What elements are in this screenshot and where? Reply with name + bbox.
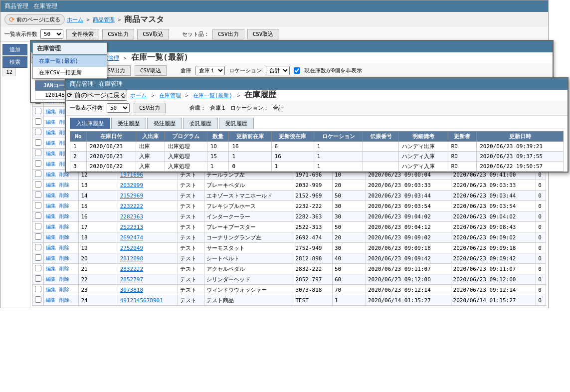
table-cell-no: 17 [79, 222, 118, 232]
table-row-checkbox[interactable] [33, 149, 44, 159]
layer1-home-link[interactable]: ホーム [67, 16, 83, 23]
dropdown-item-inventory-list[interactable]: 在庫一覧(最新) [33, 55, 107, 67]
layer3-menu-product[interactable]: 商品管理 [70, 80, 94, 88]
edit-link[interactable]: 編集 [46, 140, 56, 146]
table-row-checkbox[interactable] [33, 253, 44, 264]
table-cell-stock: 30 [332, 211, 366, 222]
layer3-count-select[interactable]: 50100 [107, 103, 130, 113]
dropdown-item-csv-update[interactable]: 在庫CSV一括更新 [33, 67, 107, 78]
layer2-warehouse-select[interactable]: 倉庫１ [195, 66, 225, 75]
table-row-checkbox[interactable] [33, 170, 44, 180]
table-cell-brand: テスト [178, 253, 204, 264]
table-row-checkbox[interactable] [33, 159, 44, 170]
table-row-checkbox[interactable] [33, 107, 44, 117]
edit-link[interactable]: 編集 [46, 151, 56, 156]
layer3-nav1-link[interactable]: 在庫管理 [159, 92, 181, 99]
layer3-csv-out-button[interactable]: CSV出力 [134, 103, 166, 113]
delete-link[interactable]: 削除 [59, 276, 69, 282]
table-row-checkbox[interactable] [33, 285, 44, 295]
delete-link[interactable]: 削除 [59, 182, 69, 188]
layer1-search-button[interactable]: 検索 [2, 56, 27, 68]
layer1-set-csv-out-button[interactable]: CSV出力 [212, 29, 244, 39]
layer3-nav2-link[interactable]: 在庫一覧(最新) [193, 92, 232, 99]
table-row-checkbox[interactable] [33, 117, 44, 128]
edit-link[interactable]: 編集 [46, 255, 56, 261]
tab-受注履歴[interactable]: 受注履歴 [111, 118, 146, 129]
tab-委託履歴[interactable]: 委託履歴 [183, 118, 218, 129]
table-cell-jan[interactable]: 2522313 [118, 222, 178, 232]
table-row-checkbox[interactable] [33, 222, 44, 232]
table-row-checkbox[interactable] [33, 180, 44, 191]
delete-link[interactable]: 削除 [59, 193, 69, 198]
table-row-checkbox[interactable] [33, 191, 44, 201]
edit-link[interactable]: 編集 [46, 109, 56, 114]
layer1-count-select[interactable]: 50100200 [40, 29, 63, 39]
edit-link[interactable]: 編集 [46, 234, 56, 240]
tab-発注履歴[interactable]: 発注履歴 [147, 118, 182, 129]
edit-link[interactable]: 編集 [46, 266, 56, 271]
edit-link[interactable]: 編集 [46, 119, 56, 125]
delete-link[interactable]: 削除 [59, 224, 69, 229]
layer3-menu-inventory[interactable]: 在庫管理 [99, 80, 123, 88]
layer3-back-button[interactable]: ⟳ 前のページに戻る [66, 90, 127, 101]
layer2-csv-in-button[interactable]: CSV取込 [135, 65, 167, 76]
edit-link[interactable]: 編集 [46, 287, 56, 292]
edit-link[interactable]: 編集 [46, 161, 56, 167]
table-cell-jan[interactable]: 2852797 [118, 274, 178, 285]
layer3-count-label: 一覧表示件数 [70, 104, 103, 112]
table-row-checkbox[interactable] [33, 128, 44, 138]
delete-link[interactable]: 削除 [59, 255, 69, 261]
delete-link[interactable]: 削除 [59, 266, 69, 271]
layer2-hide-zero-label: 現在庫数が0個を非表示 [304, 67, 363, 74]
delete-link[interactable]: 削除 [59, 297, 69, 303]
layer1-add-button[interactable]: 追加 [2, 44, 27, 55]
layer1-menu-inventory[interactable]: 在庫管理 [33, 2, 57, 10]
edit-link[interactable]: 編集 [46, 193, 56, 198]
table-cell-jan[interactable]: 2692474 [118, 232, 178, 243]
layer3-tab-row: 入出庫履歴受注履歴発注履歴委託履歴受託履歴 [70, 118, 564, 129]
table-cell-jan[interactable]: 2232222 [118, 201, 178, 211]
table-row-checkbox[interactable] [33, 138, 44, 149]
layer2-hide-zero-checkbox[interactable] [294, 67, 300, 74]
edit-link[interactable]: 編集 [46, 182, 56, 188]
table-cell-jan[interactable]: 2812898 [118, 253, 178, 264]
layer1-search-all-button[interactable]: 全件検索 [66, 29, 99, 39]
delete-link[interactable]: 削除 [59, 213, 69, 219]
table-cell-jan[interactable]: 2752949 [118, 243, 178, 253]
table-row-checkbox[interactable] [33, 243, 44, 253]
edit-link[interactable]: 編集 [46, 297, 56, 303]
tab-入出庫履歴[interactable]: 入出庫履歴 [70, 118, 110, 129]
layer2-location-select[interactable]: 合計 [266, 66, 290, 75]
table-cell-jan[interactable]: 2832222 [118, 264, 178, 274]
tab-受託履歴[interactable]: 受託履歴 [219, 118, 254, 129]
edit-link[interactable]: 編集 [46, 213, 56, 219]
table-cell-jan[interactable]: 2032999 [118, 180, 178, 191]
edit-link[interactable]: 編集 [46, 224, 56, 229]
table-row-checkbox[interactable] [33, 211, 44, 222]
table-row-checkbox[interactable] [33, 264, 44, 274]
delete-link[interactable]: 削除 [59, 245, 69, 250]
table-cell-jan[interactable]: 2152969 [118, 191, 178, 201]
table-row-checkbox[interactable] [33, 201, 44, 211]
layer1-csv-out-button[interactable]: CSV出力 [102, 29, 134, 39]
table-cell-jan[interactable]: 3073818 [118, 285, 178, 295]
layer3-home-link[interactable]: ホーム [130, 92, 147, 99]
table-cell-jan[interactable]: 2282363 [118, 211, 178, 222]
table-cell-jan[interactable]: 4912345678901 [118, 295, 178, 306]
delete-link[interactable]: 削除 [59, 203, 69, 208]
table-row-checkbox[interactable] [33, 295, 44, 306]
table-row-checkbox[interactable] [33, 232, 44, 243]
edit-link[interactable]: 編集 [46, 203, 56, 208]
layer1-menu-product[interactable]: 商品管理 [4, 2, 28, 10]
layer1-set-csv-in-button[interactable]: CSV取込 [247, 29, 279, 39]
edit-link[interactable]: 編集 [46, 245, 56, 250]
layer1-back-button[interactable]: ⟳ 前のページに戻る [4, 14, 65, 25]
delete-link[interactable]: 削除 [59, 287, 69, 292]
edit-link[interactable]: 編集 [46, 276, 56, 282]
layer1-nav1-link[interactable]: 商品管理 [93, 16, 115, 23]
layer1-csv-in-button[interactable]: CSV取込 [137, 29, 169, 39]
edit-link[interactable]: 編集 [46, 130, 56, 135]
edit-link[interactable]: 編集 [46, 172, 56, 177]
delete-link[interactable]: 削除 [59, 234, 69, 240]
table-row-checkbox[interactable] [33, 274, 44, 285]
